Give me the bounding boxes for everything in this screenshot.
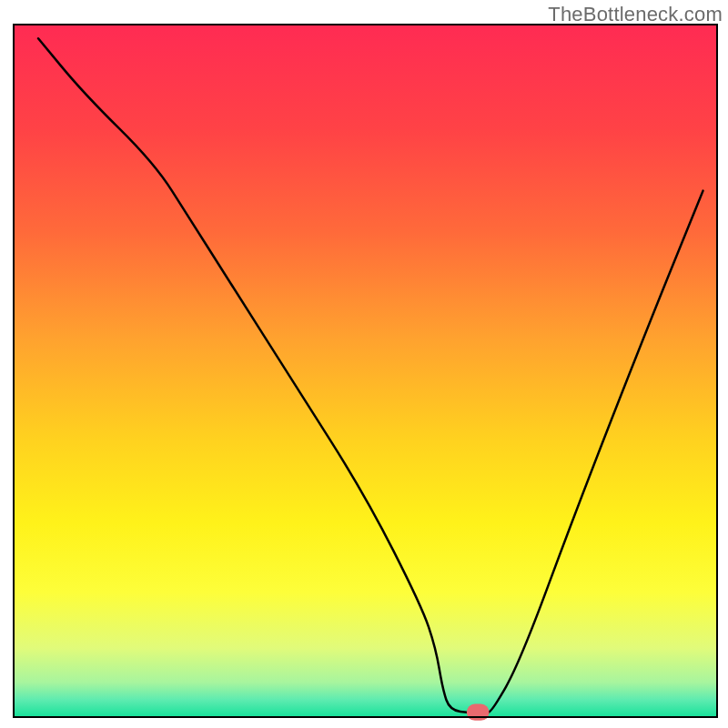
watermark-label: TheBottleneck.com <box>548 3 723 26</box>
optimal-point-marker <box>467 704 490 721</box>
bottleneck-chart: TheBottleneck.com <box>0 0 728 728</box>
chart-canvas <box>0 0 728 728</box>
